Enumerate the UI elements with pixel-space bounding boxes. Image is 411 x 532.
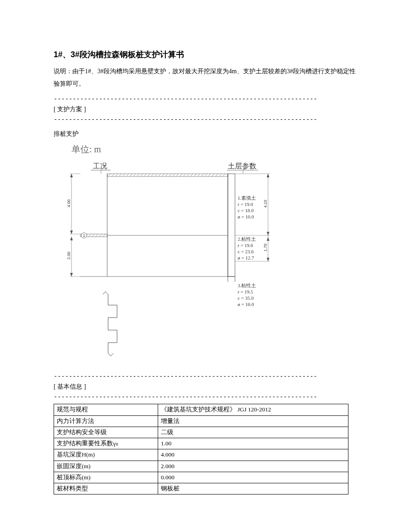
layer3-phi: ø = 16.0 <box>238 302 254 307</box>
layer3-c: c = 35.0 <box>238 295 254 301</box>
layer1-name: 1.素填土 <box>238 195 256 201</box>
svg-marker-71 <box>267 258 269 261</box>
sheet-pile-icon <box>103 292 117 356</box>
layer3-name: 3.粘性土 <box>238 283 256 288</box>
unit-label: 单位: m <box>71 144 101 154</box>
svg-rect-51 <box>228 174 235 276</box>
svg-line-29 <box>194 174 197 176</box>
layer2-c: c = 23.6 <box>238 249 254 254</box>
table-row: 嵌固深度(m) 2.000 <box>54 461 348 472</box>
svg-line-19 <box>158 174 161 176</box>
svg-line-23 <box>172 174 175 176</box>
pile-support-label: 排桩支护 <box>54 130 357 138</box>
info-value: 0.000 <box>158 472 348 483</box>
svg-line-47 <box>103 234 105 237</box>
svg-line-25 <box>180 174 182 176</box>
svg-line-13 <box>137 174 139 176</box>
info-label: 桩材料类型 <box>54 483 158 494</box>
svg-line-18 <box>155 174 157 176</box>
info-label: 嵌固深度(m) <box>54 461 158 472</box>
svg-line-45 <box>96 234 98 237</box>
svg-line-10 <box>126 174 129 176</box>
svg-marker-66 <box>267 174 269 177</box>
layer3-r: r = 19.5 <box>238 289 253 294</box>
divider: ----------------------------------------… <box>54 95 357 104</box>
svg-line-15 <box>144 174 147 176</box>
svg-marker-70 <box>267 237 269 241</box>
page-title: 1#、3#段沟槽拉森钢板桩支护计算书 <box>54 49 357 60</box>
dim-right-lower: 1.70 <box>263 244 268 252</box>
table-row: 支护结构安全等级 二级 <box>54 427 348 438</box>
svg-line-22 <box>169 174 172 176</box>
svg-line-43 <box>88 234 91 237</box>
svg-line-20 <box>162 174 164 176</box>
svg-marker-57 <box>70 174 73 177</box>
left-axis-title: 工况 <box>93 162 107 170</box>
svg-line-7 <box>115 174 118 176</box>
divider: ----------------------------------------… <box>54 372 357 381</box>
description-text: 说明：由于1#、3#段沟槽均采用悬壁支护，故对最大开挖深度为4m、支护土层较差的… <box>54 65 357 90</box>
svg-marker-58 <box>70 230 73 234</box>
svg-line-21 <box>165 174 168 176</box>
svg-line-17 <box>151 174 154 176</box>
svg-line-9 <box>122 174 125 176</box>
table-row: 基坑深度H(m) 4.000 <box>54 449 348 461</box>
table-row: 规范与规程 《建筑基坑支护技术规程》 JGJ 120-2012 <box>54 404 348 415</box>
info-value: 钢板桩 <box>158 483 348 494</box>
basic-info-table: 规范与规程 《建筑基坑支护技术规程》 JGJ 120-2012 内力计算方法 增… <box>54 404 348 494</box>
section-support-scheme: [ 支护方案 ] <box>54 105 357 113</box>
svg-line-16 <box>147 174 150 176</box>
svg-line-35 <box>215 174 218 176</box>
info-value: 4.000 <box>158 449 348 461</box>
layer2-name: 2.粘性土 <box>238 236 256 242</box>
divider: ----------------------------------------… <box>54 115 357 124</box>
info-label: 规范与规程 <box>54 404 158 415</box>
svg-line-44 <box>92 234 95 237</box>
svg-line-46 <box>99 234 102 237</box>
info-value: 1.00 <box>158 438 348 449</box>
svg-marker-67 <box>267 232 269 235</box>
svg-line-31 <box>201 174 204 176</box>
svg-marker-61 <box>70 237 73 240</box>
layer2-phi: ø = 12.7 <box>238 255 254 260</box>
stage-number: 1 <box>83 233 85 238</box>
svg-line-32 <box>205 174 207 176</box>
info-value: 2.000 <box>158 461 348 472</box>
section-basic-info: [ 基本信息 ] <box>54 383 357 391</box>
svg-line-28 <box>190 174 193 176</box>
layer1-r: r = 19.0 <box>238 201 253 207</box>
svg-line-8 <box>119 174 122 176</box>
right-axis-title: 土层参数 <box>228 162 256 170</box>
info-label: 桩顶标高(m) <box>54 472 158 483</box>
info-label: 支护结构安全等级 <box>54 427 158 438</box>
divider: ----------------------------------------… <box>54 393 357 402</box>
table-row: 内力计算方法 增量法 <box>54 415 348 427</box>
layer1-c: c = 18.0 <box>238 208 254 213</box>
table-row: 支护结构重要性系数γ₀ 1.00 <box>54 438 348 449</box>
dim-left-upper: 4.00 <box>67 200 71 208</box>
info-value: 二级 <box>158 427 348 438</box>
svg-line-27 <box>187 174 189 176</box>
info-value: 增量法 <box>158 415 348 427</box>
support-diagram: 单位: m 工况 土层参数 <box>58 142 357 363</box>
svg-line-26 <box>183 174 186 176</box>
dim-left-lower: 2.00 <box>67 252 71 260</box>
svg-line-5 <box>108 174 111 176</box>
svg-line-37 <box>222 174 225 176</box>
svg-line-33 <box>208 174 211 176</box>
layer1-phi: ø = 10.0 <box>238 214 254 219</box>
svg-line-36 <box>219 174 222 176</box>
svg-line-34 <box>212 174 214 176</box>
info-label: 基坑深度H(m) <box>54 449 158 461</box>
info-label: 支护结构重要性系数γ₀ <box>54 438 158 449</box>
dim-right-upper: 4.10 <box>263 200 268 208</box>
svg-line-6 <box>112 174 114 176</box>
svg-line-24 <box>176 174 179 176</box>
info-label: 内力计算方法 <box>54 415 158 427</box>
table-row: 桩材料类型 钢板桩 <box>54 483 348 494</box>
table-row: 桩顶标高(m) 0.000 <box>54 472 348 483</box>
layer2-r: r = 19.6 <box>238 243 253 248</box>
svg-line-11 <box>130 174 132 176</box>
svg-line-30 <box>197 174 200 176</box>
svg-line-12 <box>133 174 136 176</box>
